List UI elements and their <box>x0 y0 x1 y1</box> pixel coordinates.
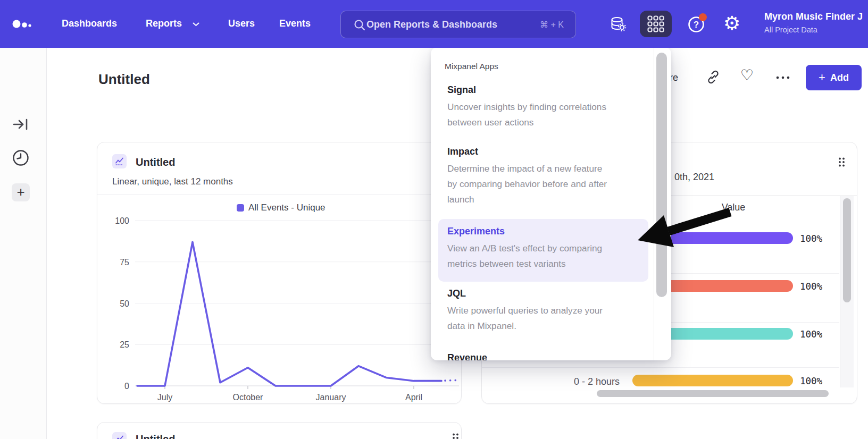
svg-text:January: January <box>316 393 346 402</box>
svg-text:100: 100 <box>115 216 129 225</box>
divider <box>97 195 461 195</box>
menu-item-experiments[interactable]: Experiments View an A/B test's effect by… <box>438 219 648 282</box>
value-percent: 100% <box>800 281 822 292</box>
notification-dot <box>699 13 707 21</box>
value-percent: 100% <box>800 329 822 340</box>
left-sidebar: + <box>0 48 47 439</box>
card-title[interactable]: Untitled <box>136 156 175 168</box>
favorite-heart-icon[interactable]: ♡ <box>740 68 754 83</box>
search-input[interactable] <box>341 19 540 31</box>
menu-scrollbar-thumb[interactable] <box>656 53 667 297</box>
top-navbar: Dashboards Reports Users Events ⌘ + K <box>0 0 868 48</box>
apps-menu-title: Mixpanel Apps <box>445 62 498 71</box>
data-management-icon[interactable] <box>610 15 627 32</box>
global-search[interactable]: ⌘ + K <box>340 11 576 38</box>
history-clock-icon[interactable] <box>11 148 30 167</box>
row-separator <box>482 367 839 368</box>
scrollbar-track-edge <box>654 47 654 360</box>
insight-chart-card: Untitled Linear, unique, last 12 months … <box>97 142 462 404</box>
svg-text:75: 75 <box>120 258 129 267</box>
svg-text:April: April <box>405 393 422 402</box>
plus-icon: + <box>819 72 825 83</box>
vertical-scrollbar-thumb[interactable] <box>843 198 851 302</box>
drag-grip-icon[interactable] <box>452 433 460 439</box>
svg-text:October: October <box>233 393 264 402</box>
vertical-scrollbar <box>840 196 854 387</box>
value-percent: 100% <box>800 376 822 386</box>
svg-text:50: 50 <box>120 299 129 308</box>
date-range-fragment: 0th, 2021 <box>674 172 714 183</box>
search-shortcut: ⌘ + K <box>540 20 575 30</box>
menu-item-jql[interactable]: JQL Write powerful queries to analyze yo… <box>438 288 648 334</box>
value-percent: 100% <box>800 233 822 244</box>
svg-text:July: July <box>157 393 172 402</box>
menu-item-revenue[interactable]: Revenue <box>438 352 648 360</box>
horizontal-scrollbar-thumb[interactable] <box>597 390 829 397</box>
svg-text:0: 0 <box>124 382 129 391</box>
chevron-down-icon <box>193 22 199 27</box>
insight-chart-card-2: Untitled <box>97 422 462 439</box>
drag-grip-icon[interactable] <box>838 157 846 167</box>
expand-sidebar-icon[interactable] <box>12 117 30 132</box>
project-data-label: All Project Data <box>764 26 817 34</box>
insights-report-icon <box>112 154 127 168</box>
svg-text:25: 25 <box>120 340 129 349</box>
copy-link-icon[interactable] <box>706 70 720 84</box>
project-name[interactable]: Myron Music Finder J <box>764 11 868 22</box>
value-column-header: Value <box>691 202 776 213</box>
mixpanel-logo-icon[interactable] <box>12 16 35 31</box>
page-title: Untitled <box>98 71 150 88</box>
card-subtitle: Linear, unique, last 12 months <box>112 176 233 187</box>
settings-gear-icon[interactable]: ⚙ <box>723 13 740 34</box>
mixpanel-apps-menu: Mixpanel Apps Signal Uncover insights by… <box>431 47 671 360</box>
search-icon <box>354 19 365 31</box>
apps-menu-button[interactable] <box>640 11 672 37</box>
mixpanel-dashboard-screen: Dashboards Reports Users Events ⌘ + K <box>0 0 868 439</box>
nav-users[interactable]: Users <box>228 18 255 29</box>
menu-item-signal[interactable]: Signal Uncover insights by finding corre… <box>438 85 648 130</box>
help-icon[interactable]: ? <box>686 12 708 34</box>
add-board-button[interactable]: + <box>12 183 30 201</box>
value-bar <box>632 375 793 386</box>
nav-dashboards[interactable]: Dashboards <box>62 18 117 29</box>
card-title[interactable]: Untitled <box>136 433 175 439</box>
apps-grid-icon <box>647 15 664 32</box>
nav-events[interactable]: Events <box>279 18 311 29</box>
nav-reports[interactable]: Reports <box>146 18 182 29</box>
svg-text:?: ? <box>694 20 699 30</box>
add-button[interactable]: + Add <box>806 65 862 90</box>
row-label: 0 - 2 hours <box>535 376 620 387</box>
menu-item-impact[interactable]: Impact Determine the impact of a new fea… <box>438 146 648 207</box>
insights-report-icon <box>112 432 127 439</box>
more-options-icon[interactable] <box>775 75 790 80</box>
line-chart: 0255075100JulyOctoberJanuaryApril <box>97 196 462 404</box>
